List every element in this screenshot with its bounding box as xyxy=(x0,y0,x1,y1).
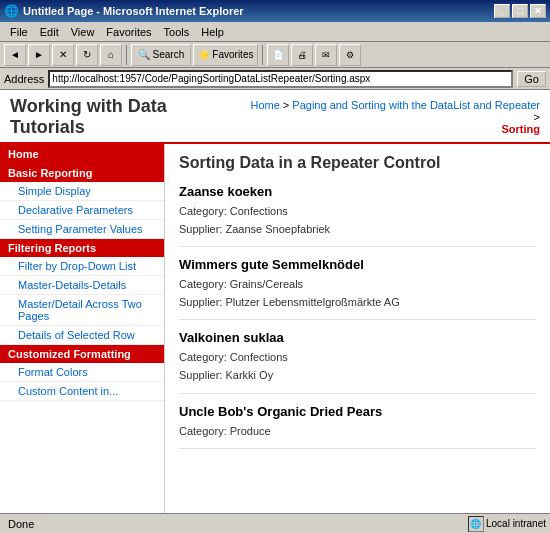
content: Sorting Data in a Repeater Control Zaans… xyxy=(165,144,550,513)
breadcrumb-home[interactable]: Home xyxy=(250,99,279,111)
product-name-3: Valkoinen suklaa xyxy=(179,330,536,345)
address-label: Address xyxy=(4,73,44,85)
sidebar-item-details-selected-row[interactable]: Details of Selected Row xyxy=(0,326,164,345)
product-detail-3: Category: Confections Supplier: Karkki O… xyxy=(179,349,536,384)
toolbar-separator2 xyxy=(262,45,263,65)
toolbar-btn1[interactable]: 📄 xyxy=(267,44,289,66)
sidebar-item-setting-parameter-values[interactable]: Setting Parameter Values xyxy=(0,220,164,239)
menu-tools[interactable]: Tools xyxy=(158,24,196,40)
sidebar-item-custom-content[interactable]: Custom Content in... xyxy=(0,382,164,401)
menu-file[interactable]: File xyxy=(4,24,34,40)
sidebar-item-filter-dropdown[interactable]: Filter by Drop-Down List xyxy=(0,257,164,276)
sidebar-item-declarative-parameters[interactable]: Declarative Parameters xyxy=(0,201,164,220)
search-button[interactable]: 🔍 Search xyxy=(131,44,191,66)
window-icon: 🌐 xyxy=(4,4,19,18)
go-button[interactable]: Go xyxy=(517,71,546,87)
sidebar-group-basic-reporting[interactable]: Basic Reporting xyxy=(0,164,164,182)
breadcrumb-sep2: > xyxy=(534,111,540,123)
toolbar-btn4[interactable]: ⚙ xyxy=(339,44,361,66)
menu-favorites[interactable]: Favorites xyxy=(100,24,157,40)
toolbar: ◄ ► ✕ ↻ ⌂ 🔍 Search ⭐ Favorites 📄 🖨 ✉ ⚙ xyxy=(0,42,550,68)
toolbar-separator xyxy=(126,45,127,65)
product-block-1: Zaanse koeken Category: Confections Supp… xyxy=(179,184,536,247)
product-detail-1: Category: Confections Supplier: Zaanse S… xyxy=(179,203,536,238)
main-layout: Home Basic Reporting Simple Display Decl… xyxy=(0,144,550,513)
menu-help[interactable]: Help xyxy=(195,24,230,40)
breadcrumb: Home > Paging and Sorting with the DataL… xyxy=(244,99,540,135)
sidebar-group-filtering-reports[interactable]: Filtering Reports xyxy=(0,239,164,257)
window-titlebar: 🌐 Untitled Page - Microsoft Internet Exp… xyxy=(0,0,550,22)
product-name-2: Wimmers gute Semmelknödel xyxy=(179,257,536,272)
minimize-button[interactable]: _ xyxy=(494,4,510,18)
statusbar: Done 🌐 Local intranet xyxy=(0,513,550,533)
product-block-4: Uncle Bob's Organic Dried Pears Category… xyxy=(179,404,536,450)
breadcrumb-parent[interactable]: Paging and Sorting with the DataList and… xyxy=(292,99,540,111)
breadcrumb-current: Sorting xyxy=(502,123,541,135)
breadcrumb-sep1: > xyxy=(283,99,292,111)
stop-button[interactable]: ✕ xyxy=(52,44,74,66)
address-input[interactable] xyxy=(48,70,513,88)
forward-button[interactable]: ► xyxy=(28,44,50,66)
product-detail-2: Category: Grains/Cereals Supplier: Plutz… xyxy=(179,276,536,311)
refresh-button[interactable]: ↻ xyxy=(76,44,98,66)
sidebar-item-master-details[interactable]: Master-Details-Details xyxy=(0,276,164,295)
maximize-button[interactable]: □ xyxy=(512,4,528,18)
product-detail-4: Category: Produce xyxy=(179,423,536,441)
page-header-title: Working with Data Tutorials xyxy=(10,96,244,138)
product-name-4: Uncle Bob's Organic Dried Pears xyxy=(179,404,536,419)
page-header: Working with Data Tutorials Home > Pagin… xyxy=(0,90,550,144)
menu-view[interactable]: View xyxy=(65,24,101,40)
product-block-2: Wimmers gute Semmelknödel Category: Grai… xyxy=(179,257,536,320)
back-button[interactable]: ◄ xyxy=(4,44,26,66)
sidebar: Home Basic Reporting Simple Display Decl… xyxy=(0,144,165,513)
sidebar-home[interactable]: Home xyxy=(0,144,164,164)
content-title: Sorting Data in a Repeater Control xyxy=(179,154,536,172)
favorites-button[interactable]: ⭐ Favorites xyxy=(193,44,258,66)
toolbar-btn3[interactable]: ✉ xyxy=(315,44,337,66)
product-block-3: Valkoinen suklaa Category: Confections S… xyxy=(179,330,536,393)
page-area: Working with Data Tutorials Home > Pagin… xyxy=(0,90,550,513)
close-button[interactable]: ✕ xyxy=(530,4,546,18)
sidebar-group-customized-formatting[interactable]: Customized Formatting xyxy=(0,345,164,363)
menubar: File Edit View Favorites Tools Help xyxy=(0,22,550,42)
menu-edit[interactable]: Edit xyxy=(34,24,65,40)
sidebar-item-format-colors[interactable]: Format Colors xyxy=(0,363,164,382)
window-title: Untitled Page - Microsoft Internet Explo… xyxy=(23,5,494,17)
status-zone: 🌐 Local intranet xyxy=(468,516,546,532)
toolbar-btn2[interactable]: 🖨 xyxy=(291,44,313,66)
home-button[interactable]: ⌂ xyxy=(100,44,122,66)
zone-icon: 🌐 xyxy=(468,516,484,532)
sidebar-item-master-detail-pages[interactable]: Master/Detail Across Two Pages xyxy=(0,295,164,326)
addressbar: Address Go xyxy=(0,68,550,90)
window-controls: _ □ ✕ xyxy=(494,4,546,18)
status-text: Done xyxy=(4,518,34,530)
sidebar-item-simple-display[interactable]: Simple Display xyxy=(0,182,164,201)
product-name-1: Zaanse koeken xyxy=(179,184,536,199)
zone-label: Local intranet xyxy=(486,518,546,529)
